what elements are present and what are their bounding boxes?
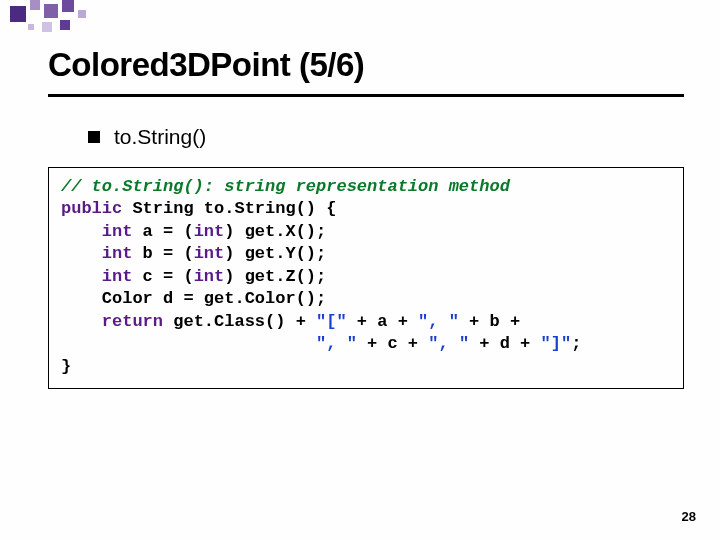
code-text: }: [61, 357, 71, 376]
slide-decoration: [0, 0, 180, 44]
code-comment: // to.String(): string representation me…: [61, 177, 510, 196]
code-text: + d +: [469, 334, 540, 353]
code-keyword: int: [102, 267, 133, 286]
code-text: Color d = get.Color();: [61, 289, 326, 308]
code-keyword: return: [102, 312, 163, 331]
bullet-text: to.String(): [114, 125, 206, 149]
title-rule: [48, 94, 684, 97]
code-string: ", ": [316, 334, 357, 353]
code-keyword: int: [194, 267, 225, 286]
code-keyword: public: [61, 199, 122, 218]
code-text: + a +: [347, 312, 418, 331]
code-keyword: int: [194, 244, 225, 263]
code-text: [61, 334, 316, 353]
code-string: ", ": [418, 312, 459, 331]
code-block: // to.String(): string representation me…: [48, 167, 684, 389]
square-bullet-icon: [88, 131, 100, 143]
code-text: ;: [571, 334, 581, 353]
code-string: "[": [316, 312, 347, 331]
code-string: ", ": [428, 334, 469, 353]
slide-title: Colored3DPoint (5/6): [48, 46, 720, 84]
code-text: + b +: [459, 312, 520, 331]
code-keyword: int: [102, 244, 133, 263]
code-text: ) get.Y();: [224, 244, 326, 263]
bullet-item: to.String(): [88, 125, 720, 149]
code-text: String to.String() {: [122, 199, 336, 218]
code-text: b = (: [132, 244, 193, 263]
code-keyword: int: [194, 222, 225, 241]
code-text: + c +: [357, 334, 428, 353]
code-text: a = (: [132, 222, 193, 241]
code-text: ) get.Z();: [224, 267, 326, 286]
page-number: 28: [682, 509, 696, 524]
code-string: "]": [541, 334, 572, 353]
code-keyword: int: [102, 222, 133, 241]
code-text: get.Class() +: [163, 312, 316, 331]
code-text: c = (: [132, 267, 193, 286]
code-text: ) get.X();: [224, 222, 326, 241]
